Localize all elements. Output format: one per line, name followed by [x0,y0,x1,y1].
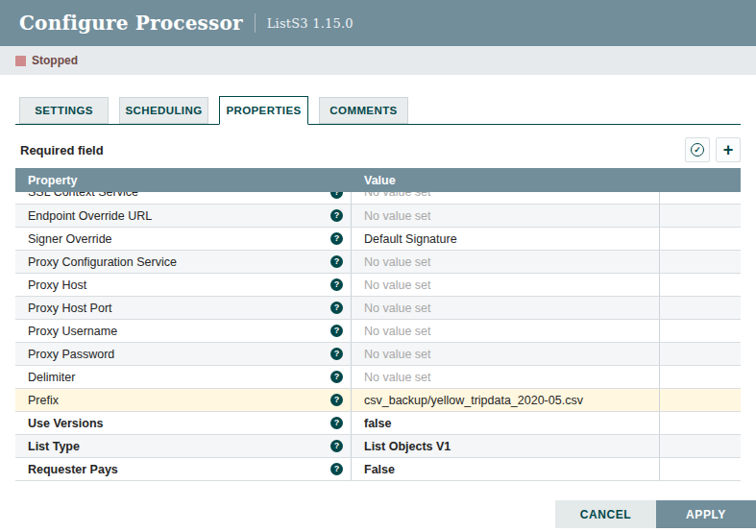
stopped-status-icon [15,56,26,66]
column-header-value: Value [352,174,660,187]
add-property-button[interactable]: + [716,137,741,162]
table-body: SSL Context Service ? No value set Endpo… [15,192,741,481]
property-value[interactable]: No value set [364,209,430,223]
help-icon[interactable]: ? [330,463,343,475]
dialog-titlebar: Configure Processor ListS3 1.15.0 [0,0,756,46]
table-row[interactable]: Proxy Host Port ? No value set [15,297,741,320]
property-name: Proxy Host Port [28,302,112,315]
property-value[interactable]: False [364,463,395,476]
verify-properties-button[interactable]: ✓ [685,137,710,162]
table-row[interactable]: Proxy Host ? No value set [15,274,741,297]
help-icon[interactable]: ? [330,255,343,268]
row-extra-cell [660,274,741,296]
table-row[interactable]: Proxy Username ? No value set [15,320,741,343]
row-extra-cell [660,205,741,227]
row-extra-cell [660,343,741,365]
property-value[interactable]: Default Signature [364,232,457,246]
apply-button[interactable]: APPLY [656,500,756,528]
property-value[interactable]: csv_backup/yellow_tripdata_2020-05.csv [364,394,583,407]
property-name: Proxy Configuration Service [28,255,177,269]
property-value[interactable]: No value set [364,348,430,361]
table-row[interactable]: Proxy Configuration Service ? No value s… [15,251,741,274]
help-icon[interactable]: ? [330,371,343,383]
title-divider [255,13,256,33]
tab-bar: SETTINGSSCHEDULINGPROPERTIESCOMMENTS [15,96,741,125]
row-extra-cell [660,435,741,457]
property-name: Prefix [28,394,59,407]
cancel-button[interactable]: CANCEL [555,500,656,528]
help-icon[interactable]: ? [330,232,343,245]
dialog-content: SETTINGSSCHEDULINGPROPERTIESCOMMENTS Req… [0,96,756,481]
property-name: List Type [28,440,80,453]
property-value[interactable]: No value set [364,302,430,315]
help-icon[interactable]: ? [330,440,343,452]
property-name: Signer Override [28,232,112,246]
property-name: Proxy Host [28,278,86,292]
circle-check-icon: ✓ [691,143,704,157]
tab-properties[interactable]: PROPERTIES [219,96,308,125]
row-extra-cell [660,412,741,434]
help-icon[interactable]: ? [330,348,343,360]
property-name: Use Versions [28,417,104,430]
property-value[interactable]: No value set [364,278,430,292]
processor-name-version: ListS3 1.15.0 [267,16,354,31]
help-icon[interactable]: ? [330,209,343,222]
help-icon[interactable]: ? [330,278,343,291]
help-icon[interactable]: ? [330,325,343,337]
table-header: Property Value [15,168,741,192]
property-value[interactable]: No value set [364,371,430,384]
property-value[interactable]: false [364,417,392,430]
plus-icon: + [723,141,734,158]
table-row[interactable]: Delimiter ? No value set [15,366,741,389]
table-row[interactable]: Signer Override ? Default Signature [15,228,741,251]
property-value[interactable]: No value set [364,255,430,269]
row-extra-cell [660,366,741,388]
property-name: Endpoint Override URL [28,209,152,223]
property-name: Requester Pays [28,463,118,476]
help-icon[interactable]: ? [330,302,343,314]
table-row[interactable]: Endpoint Override URL ? No value set [15,205,741,228]
table-row[interactable]: List Type ? List Objects V1 [15,435,741,458]
table-row[interactable]: SSL Context Service ? No value set [15,192,741,205]
required-field-label: Required field [15,143,104,157]
property-name: Proxy Password [28,348,114,361]
tab-scheduling[interactable]: SCHEDULING [119,97,208,124]
property-value[interactable]: No value set [364,325,430,338]
row-extra-cell [660,389,741,411]
table-row[interactable]: Proxy Password ? No value set [15,343,741,366]
help-icon[interactable]: ? [330,417,343,429]
dialog-footer: CANCEL APPLY [555,500,756,528]
help-icon[interactable]: ? [330,192,343,199]
tab-settings[interactable]: SETTINGS [19,97,109,124]
row-extra-cell [660,297,741,319]
status-label: Stopped [32,54,78,67]
property-name: Proxy Username [28,325,117,338]
status-bar: Stopped [0,46,756,75]
property-value[interactable]: List Objects V1 [364,440,451,453]
table-actions: ✓ + [685,137,741,162]
row-extra-cell [660,458,741,480]
help-icon[interactable]: ? [330,394,343,406]
row-extra-cell [660,320,741,342]
property-name: Delimiter [28,371,75,384]
table-row[interactable]: Use Versions ? false [15,412,741,435]
row-extra-cell [660,251,741,273]
property-name: SSL Context Service [28,192,138,199]
configure-processor-dialog: Configure Processor ListS3 1.15.0 Stoppe… [0,0,756,532]
table-row[interactable]: Requester Pays ? False [15,458,741,481]
properties-table: Property Value SSL Context Service ? No … [15,168,741,481]
property-value[interactable]: No value set [364,192,430,199]
column-header-property: Property [15,174,352,187]
row-extra-cell [660,192,741,204]
table-toolbar: Required field ✓ + [15,137,741,162]
tab-comments[interactable]: COMMENTS [319,97,408,124]
dialog-title: Configure Processor [19,12,243,35]
table-row[interactable]: Prefix ? csv_backup/yellow_tripdata_2020… [15,389,741,412]
row-extra-cell [660,228,741,250]
